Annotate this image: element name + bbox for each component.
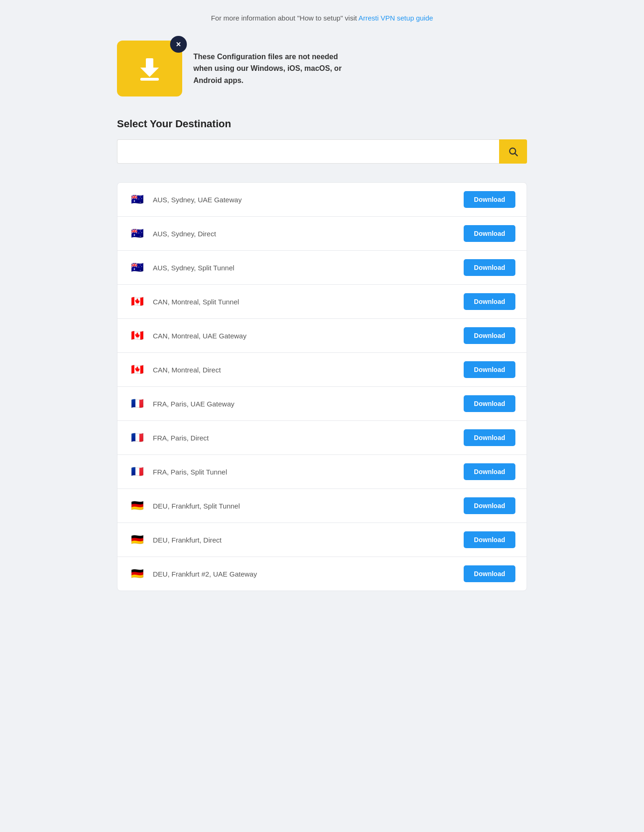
server-name: DEU, Frankfurt, Direct: [153, 536, 456, 544]
download-button-7[interactable]: Download: [464, 395, 515, 412]
icon-container: ×: [117, 41, 182, 96]
server-row: 🇦🇺AUS, Sydney, UAE GatewayDownload: [117, 183, 527, 217]
search-input[interactable]: [117, 139, 499, 164]
download-button-9[interactable]: Download: [464, 463, 515, 480]
section-title: Select Your Destination: [117, 118, 527, 130]
search-icon: [508, 146, 518, 157]
notice-text: These Configuration files are not needed…: [193, 51, 343, 87]
svg-marker-1: [140, 68, 159, 77]
flag-icon: 🇫🇷: [129, 395, 145, 412]
server-row: 🇫🇷FRA, Paris, UAE GatewayDownload: [117, 387, 527, 421]
svg-rect-2: [140, 78, 159, 81]
server-name: DEU, Frankfurt, Split Tunnel: [153, 502, 456, 510]
server-name: CAN, Montreal, Direct: [153, 366, 456, 374]
server-row: 🇫🇷FRA, Paris, DirectDownload: [117, 421, 527, 455]
download-button-3[interactable]: Download: [464, 259, 515, 276]
server-name: FRA, Paris, Split Tunnel: [153, 468, 456, 476]
flag-icon: 🇦🇺: [129, 191, 145, 208]
flag-icon: 🇩🇪: [129, 531, 145, 548]
server-row: 🇩🇪DEU, Frankfurt #2, UAE GatewayDownload: [117, 557, 527, 591]
download-button-8[interactable]: Download: [464, 429, 515, 446]
server-name: DEU, Frankfurt #2, UAE Gateway: [153, 570, 456, 578]
setup-guide-link[interactable]: Arresti VPN setup guide: [358, 14, 433, 22]
flag-icon: 🇩🇪: [129, 497, 145, 514]
server-name: CAN, Montreal, Split Tunnel: [153, 298, 456, 306]
server-row: 🇨🇦CAN, Montreal, DirectDownload: [117, 353, 527, 387]
server-row: 🇦🇺AUS, Sydney, DirectDownload: [117, 217, 527, 251]
notice-box: × These Configuration files are not need…: [117, 36, 527, 101]
server-row: 🇨🇦CAN, Montreal, Split TunnelDownload: [117, 285, 527, 319]
server-row: 🇨🇦CAN, Montreal, UAE GatewayDownload: [117, 319, 527, 353]
flag-icon: 🇨🇦: [129, 293, 145, 310]
download-button-6[interactable]: Download: [464, 361, 515, 378]
server-list: 🇦🇺AUS, Sydney, UAE GatewayDownload🇦🇺AUS,…: [117, 182, 527, 591]
close-button[interactable]: ×: [170, 36, 187, 53]
flag-icon: 🇫🇷: [129, 429, 145, 446]
server-name: CAN, Montreal, UAE Gateway: [153, 332, 456, 340]
flag-icon: 🇫🇷: [129, 463, 145, 480]
download-button-4[interactable]: Download: [464, 293, 515, 310]
server-row: 🇩🇪DEU, Frankfurt, Split TunnelDownload: [117, 489, 527, 523]
search-button[interactable]: [499, 139, 527, 164]
server-name: AUS, Sydney, Direct: [153, 230, 456, 238]
svg-line-4: [515, 153, 517, 156]
download-icon: [136, 55, 164, 83]
download-button-5[interactable]: Download: [464, 327, 515, 344]
server-row: 🇦🇺AUS, Sydney, Split TunnelDownload: [117, 251, 527, 285]
server-name: FRA, Paris, UAE Gateway: [153, 400, 456, 408]
flag-icon: 🇨🇦: [129, 327, 145, 344]
flag-icon: 🇨🇦: [129, 361, 145, 378]
download-button-10[interactable]: Download: [464, 497, 515, 514]
flag-icon: 🇦🇺: [129, 225, 145, 242]
server-row: 🇩🇪DEU, Frankfurt, DirectDownload: [117, 523, 527, 557]
flag-icon: 🇩🇪: [129, 565, 145, 582]
server-name: AUS, Sydney, UAE Gateway: [153, 196, 456, 204]
page-wrapper: For more information about "How to setup…: [98, 14, 546, 591]
flag-icon: 🇦🇺: [129, 259, 145, 276]
download-button-2[interactable]: Download: [464, 225, 515, 242]
server-name: AUS, Sydney, Split Tunnel: [153, 264, 456, 272]
info-text: For more information about "How to setup…: [117, 14, 527, 22]
server-name: FRA, Paris, Direct: [153, 434, 456, 442]
server-row: 🇫🇷FRA, Paris, Split TunnelDownload: [117, 455, 527, 489]
download-button-11[interactable]: Download: [464, 531, 515, 548]
download-button-12[interactable]: Download: [464, 565, 515, 582]
search-row: [117, 139, 527, 164]
download-button-1[interactable]: Download: [464, 191, 515, 208]
